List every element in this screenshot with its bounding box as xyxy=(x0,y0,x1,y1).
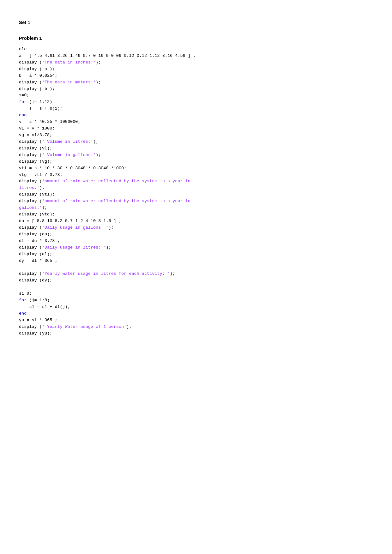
code-block: clc a = [ 4.5 4.61 3.26 1.46 0.7 0.16 0 … xyxy=(19,46,373,337)
set-label: Set 1 xyxy=(19,19,373,26)
problem-label: Problem 1 xyxy=(19,35,373,42)
